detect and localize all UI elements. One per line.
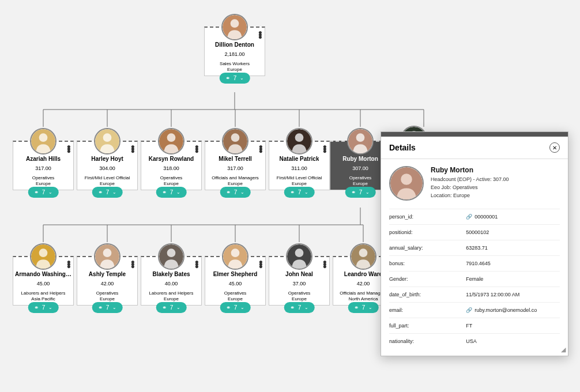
node-name: Ruby Morton [342,156,378,162]
expand-pill[interactable]: ⚭7⌄ [345,187,376,198]
people-icon: ⚭ [351,189,356,195]
table-row: Gender:Female [389,271,560,287]
expand-pill[interactable]: ⚭7⌄ [220,73,250,84]
avatar [94,243,120,270]
expand-pill[interactable]: ⚭7⌄ [284,187,315,198]
org-node[interactable]: ●●●Dillion Denton2,181.00Sales WorkersEu… [204,27,265,76]
expand-pill[interactable]: ⚭7⌄ [92,187,123,198]
people-icon: ⚭ [290,189,295,195]
avatar [350,243,376,270]
chevron-down-icon: ⌄ [240,305,244,310]
node-menu-icon[interactable]: ●●● [131,261,135,267]
node-role: Laborers and Helpers [21,290,66,296]
node-value: 317.00 [227,165,243,171]
svg-point-40 [295,248,304,257]
avatar [158,243,184,270]
node-name: Azariah Hills [26,156,61,162]
svg-point-30 [356,133,365,142]
org-node[interactable]: ●●●Natalie Patrick311.00First/Mid Level … [269,141,330,190]
people-icon: ⚭ [226,189,231,195]
avatar [221,14,248,40]
chevron-down-icon: ⌄ [176,305,180,310]
node-location: Europe [100,181,115,186]
node-menu-icon[interactable]: ●●● [195,261,199,267]
people-icon: ⚭ [354,304,359,311]
link-icon[interactable]: 🔗 [466,307,472,313]
node-role: Officials and Managers [340,290,387,296]
chevron-down-icon: ⌄ [112,190,116,195]
node-menu-icon[interactable]: ●●● [195,145,199,152]
node-role: First/Mid Level Official [85,175,130,181]
expand-pill[interactable]: ⚭7⌄ [28,187,59,198]
details-avatar [389,166,424,201]
org-node[interactable]: ●●●Blakely Bates40.00Laborers and Helper… [141,256,202,306]
chevron-down-icon: ⌄ [240,76,244,81]
detail-value: Female [466,276,560,282]
chevron-down-icon: ⌄ [304,190,308,195]
org-node[interactable]: ●●●Armando Washington45.00Laborers and H… [13,256,74,306]
chevron-down-icon: ⌄ [112,305,116,310]
pill-count: 7 [298,189,302,195]
org-node[interactable]: ●●●Mikel Terrell317.00Officials and Mana… [205,141,266,190]
node-name: Natalie Patrick [280,156,319,162]
close-button[interactable]: ✕ [549,142,560,153]
node-location: Europe [228,296,243,301]
expand-pill[interactable]: ⚭7⌄ [220,187,251,198]
expand-pill[interactable]: ⚭7⌄ [156,187,187,198]
expand-pill[interactable]: ⚭7⌄ [284,302,315,313]
node-menu-icon[interactable]: ●●● [67,145,71,152]
expand-pill[interactable]: ⚭7⌄ [220,302,251,313]
org-node[interactable]: ●●●Karsyn Rowland318.00OperativesEurope⚭… [141,141,202,190]
avatar [286,243,312,270]
chevron-down-icon: ⌄ [366,190,370,195]
node-role: Laborers and Helpers [149,290,194,296]
expand-pill[interactable]: ⚭7⌄ [28,302,59,313]
detail-value: 50000102 [466,229,560,235]
org-node[interactable]: ●●●Elmer Shepherd45.00OperativesEurope⚭7… [205,256,266,306]
node-value: 317.00 [35,165,51,171]
node-value: 318.00 [163,165,179,171]
node-role: Operatives [288,290,311,296]
expand-pill[interactable]: ⚭7⌄ [348,302,379,313]
detail-key: Gender: [389,276,466,282]
svg-point-20 [39,133,48,142]
table-row: full_part:FT [389,318,560,333]
chevron-down-icon: ⌄ [240,190,244,195]
node-name: Ashly Temple [89,271,126,277]
svg-point-26 [231,133,240,142]
node-location: Europe [292,181,307,186]
node-menu-icon[interactable]: ●●● [258,31,262,38]
node-menu-icon[interactable]: ●●● [131,145,135,152]
org-node[interactable]: ●●●John Neal37.00OperativesEurope⚭7⌄ [269,256,330,306]
node-menu-icon[interactable]: ●●● [259,261,263,267]
expand-pill[interactable]: ⚭7⌄ [92,302,123,313]
org-node[interactable]: ●●●Ashly Temple42.00OperativesEurope⚭7⌄ [77,256,138,306]
pill-count: 7 [106,189,110,195]
node-name: John Neal [285,271,313,277]
org-node[interactable]: ●●●Azariah Hills317.00OperativesEurope⚭7… [13,141,74,190]
table-row: positionid:50000102 [389,224,560,240]
details-sub2: Eeo Job: Operatives [431,183,509,191]
node-value: 311.00 [291,165,307,171]
people-icon: ⚭ [290,304,295,311]
node-value: 45.00 [229,281,242,287]
node-menu-icon[interactable]: ●●● [323,261,327,267]
resize-handle-icon[interactable]: ◢ [561,346,566,353]
node-value: 42.00 [101,281,114,287]
node-value: 37.00 [293,281,306,287]
table-row: annual_salary:63283.71 [389,240,560,255]
node-menu-icon[interactable]: ●●● [259,145,263,152]
node-menu-icon[interactable]: ●●● [67,261,71,267]
detail-value: USA [466,338,560,344]
node-value: 2,181.00 [224,51,244,57]
pill-count: 7 [359,189,363,195]
org-node[interactable]: ●●●Harley Hoyt304.00First/Mid Level Offi… [77,141,138,190]
node-menu-icon[interactable]: ●●● [323,145,327,152]
people-icon: ⚭ [226,304,231,311]
pill-count: 7 [106,304,110,311]
expand-pill[interactable]: ⚭7⌄ [156,302,187,313]
node-name: Leandro Ware [344,271,382,277]
link-icon[interactable]: 🔗 [466,214,472,220]
avatar [30,128,57,154]
details-sub3: Location: Europe [431,191,509,199]
